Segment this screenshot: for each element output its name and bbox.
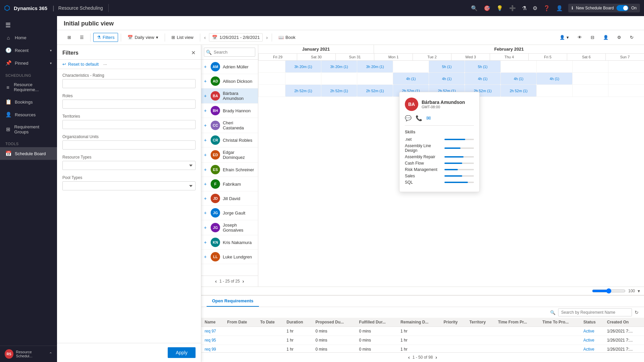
settings-toolbar-button[interactable]: ⚙: [613, 33, 625, 42]
resource-item-cheri-castaneda[interactable]: +CCCheri Castaneda: [201, 118, 258, 133]
req-next-button[interactable]: ›: [435, 355, 437, 360]
grid-view-button[interactable]: ⊞: [64, 33, 75, 42]
person-button[interactable]: 👤: [599, 33, 612, 42]
book-label: Book: [285, 35, 296, 40]
lightbulb-icon[interactable]: 💡: [496, 5, 503, 11]
status-badge[interactable]: Active: [583, 338, 594, 343]
reset-label[interactable]: Reset to default: [68, 62, 99, 67]
phone-icon[interactable]: 📞: [416, 115, 422, 121]
table-cell[interactable]: req 97: [201, 327, 224, 336]
calendar-cell: [608, 73, 644, 84]
req-link[interactable]: req 99: [205, 347, 216, 352]
status-badge[interactable]: Active: [583, 347, 594, 352]
email-icon[interactable]: ✉: [426, 115, 431, 121]
resource-types-select[interactable]: [62, 161, 196, 170]
apply-button[interactable]: Apply: [168, 347, 196, 358]
resource-item-kris-nakamura[interactable]: +KNKris Nakamura: [201, 235, 258, 250]
territories-input[interactable]: [62, 120, 196, 129]
calendar-cell[interactable]: 3h 20m (1): [357, 61, 393, 72]
calendar-cell[interactable]: 5h (1): [465, 61, 500, 72]
resource-prev-button[interactable]: ‹: [215, 279, 217, 284]
calendar-cell[interactable]: 2h 52m (1): [357, 85, 393, 97]
resource-item-jorge-gault[interactable]: +JGJorge Gault: [201, 206, 258, 220]
refresh-button[interactable]: ↻: [626, 33, 637, 42]
search-icon[interactable]: 🔍: [471, 5, 478, 11]
settings-icon[interactable]: ⚙: [533, 5, 537, 11]
resource-next-button[interactable]: ›: [243, 279, 244, 284]
sidebar-item-recent[interactable]: 🕐 Recent ▾: [0, 44, 57, 57]
org-units-input[interactable]: [62, 140, 196, 149]
filters-button[interactable]: ⚗ Filters: [93, 33, 118, 42]
sidebar-item-schedule-board[interactable]: 📅 Schedule Board: [0, 147, 57, 160]
resource-item-barbara-amundson[interactable]: +BABárbara Amundson: [201, 88, 258, 104]
table-cell[interactable]: req 95: [201, 336, 224, 345]
refresh-req-icon[interactable]: ↻: [635, 310, 639, 315]
sidebar-item-home[interactable]: ⌂ Home: [0, 32, 57, 44]
resource-item-brady-hannon[interactable]: +BHBrady Hannon: [201, 104, 258, 118]
resource-item-luke-lundgren[interactable]: +LLLuke Lundgren: [201, 250, 258, 264]
resource-item-edgar-dominquez[interactable]: +EDEdgar Dominquez: [201, 147, 258, 163]
columns-button[interactable]: ⊟: [587, 33, 598, 42]
table-cell[interactable]: Active: [580, 345, 603, 353]
calendar-cell[interactable]: 4h (1): [536, 73, 572, 84]
prev-date-button[interactable]: ‹: [203, 34, 207, 42]
profile-popup: BA Bárbara Amundson GMT-08:00 💬 📞 ✉: [399, 92, 480, 192]
resource-item-joseph-gonsalves[interactable]: +JGJoseph Gonsalves: [201, 220, 258, 235]
footer-expand-icon[interactable]: ⌃: [49, 352, 52, 356]
eye-button[interactable]: 👁: [574, 33, 586, 42]
resource-name: Bárbara Amundson: [223, 91, 255, 101]
resource-item-adrien-muller[interactable]: +AMAdrien Müller: [201, 60, 258, 74]
calendar-cell[interactable]: 2h 52m (1): [285, 85, 321, 97]
chat-icon[interactable]: 💬: [405, 115, 412, 121]
calendar-cell[interactable]: 4h (1): [465, 73, 500, 84]
filter-icon[interactable]: ⚗: [522, 5, 527, 11]
table-cell[interactable]: Active: [580, 327, 603, 336]
sidebar-item-resource-requirements[interactable]: ≡ Resource Requireme...: [0, 79, 57, 96]
roles-input[interactable]: [62, 100, 196, 109]
list-view-button[interactable]: ⊞ List view: [168, 33, 197, 42]
table-cell: 1 hr: [283, 327, 312, 336]
schedule-board-toggle[interactable]: [616, 5, 629, 11]
resource-view-button[interactable]: 👤 ▾: [556, 33, 573, 42]
more-options-icon[interactable]: ···: [103, 62, 107, 67]
calendar-cell[interactable]: 4h (1): [500, 73, 536, 84]
characteristics-input[interactable]: [62, 79, 196, 88]
pool-types-select[interactable]: [62, 181, 196, 190]
resource-item-efrain-schreiner[interactable]: +ESEfrain Schreiner: [201, 163, 258, 177]
zoom-slider[interactable]: [592, 288, 626, 294]
add-icon[interactable]: ➕: [509, 5, 516, 11]
resource-item-christal-robles[interactable]: +CRChristal Robles: [201, 133, 258, 147]
calendar-cell[interactable]: 2h 52m (1): [321, 85, 357, 97]
sidebar-item-pinned[interactable]: 📌 Pinned ▾: [0, 57, 57, 69]
req-link[interactable]: req 97: [205, 329, 216, 334]
table-cell[interactable]: Active: [580, 336, 603, 345]
hamburger-menu[interactable]: ☰: [0, 19, 57, 32]
calendar-cell[interactable]: 3h 20m (1): [321, 61, 357, 72]
calendar-cell[interactable]: 3h 20m (1): [285, 61, 321, 72]
calendar-cell[interactable]: 5h (1): [429, 61, 465, 72]
resource-item-jill-david[interactable]: +JDJill David: [201, 191, 258, 206]
calendar-cell[interactable]: 4h (1): [393, 73, 429, 84]
next-date-button[interactable]: ›: [265, 34, 269, 42]
req-prev-button[interactable]: ‹: [408, 355, 410, 360]
resource-item-allison-dickson[interactable]: +ADAllison Dickson: [201, 74, 258, 88]
table-cell[interactable]: req 99: [201, 345, 224, 353]
sidebar-item-resources[interactable]: 👤 Resources: [0, 108, 57, 121]
status-badge[interactable]: Active: [583, 329, 594, 334]
user-icon[interactable]: 👤: [556, 5, 563, 11]
daily-view-button[interactable]: 📅 Daily view ▾: [124, 33, 162, 42]
target-icon[interactable]: 🎯: [484, 5, 490, 11]
calendar-cell[interactable]: 4h (1): [429, 73, 465, 84]
expand-icon[interactable]: ▾: [638, 288, 640, 294]
sidebar-item-requirement-groups[interactable]: ⊞ Requirement Groups: [0, 121, 57, 138]
help-icon[interactable]: ❓: [543, 5, 550, 11]
list-view-toggle-button[interactable]: ☰: [76, 33, 88, 42]
sidebar-item-bookings[interactable]: 📋 Bookings: [0, 96, 57, 108]
open-requirements-tab[interactable]: Open Requirements: [207, 296, 259, 307]
req-link[interactable]: req 95: [205, 338, 216, 343]
filters-close-button[interactable]: ✕: [191, 50, 196, 56]
requirement-search-input[interactable]: [558, 308, 632, 316]
book-button[interactable]: 📖 Book: [275, 33, 299, 42]
resource-item-fabrikam[interactable]: +FFabrikam: [201, 177, 258, 191]
calendar-cell[interactable]: 2h 52m (1): [500, 85, 536, 97]
